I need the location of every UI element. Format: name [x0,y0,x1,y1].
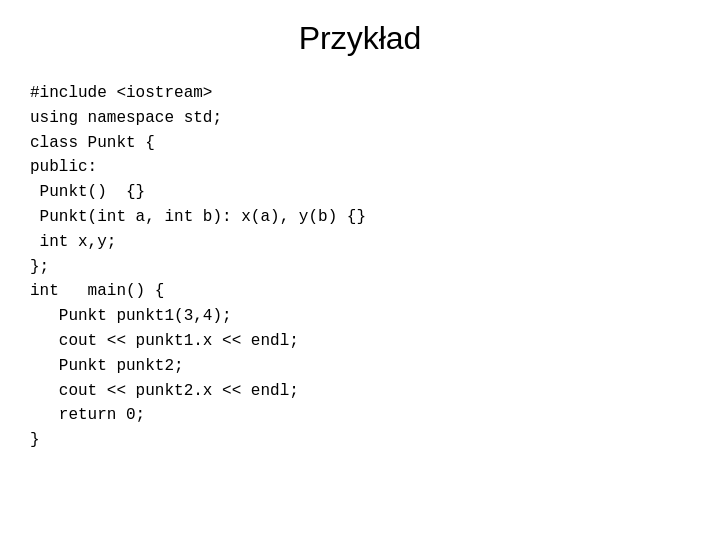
code-line: Punkt(int a, int b): x(a), y(b) {} [30,205,366,230]
page-container: Przykład #include <iostream>using namesp… [0,0,720,540]
code-line: cout << punkt1.x << endl; [30,329,366,354]
page-title: Przykład [299,20,422,57]
code-block: #include <iostream>using namespace std;c… [10,81,366,453]
code-line: Punkt punkt2; [30,354,366,379]
code-line: }; [30,255,366,280]
code-line: } [30,428,366,453]
code-line: int main() { [30,279,366,304]
code-line: Punkt() {} [30,180,366,205]
code-line: Punkt punkt1(3,4); [30,304,366,329]
code-line: using namespace std; [30,106,366,131]
code-line: public: [30,155,366,180]
code-line: cout << punkt2.x << endl; [30,379,366,404]
code-line: class Punkt { [30,131,366,156]
code-line: #include <iostream> [30,81,366,106]
code-line: return 0; [30,403,366,428]
code-line: int x,y; [30,230,366,255]
